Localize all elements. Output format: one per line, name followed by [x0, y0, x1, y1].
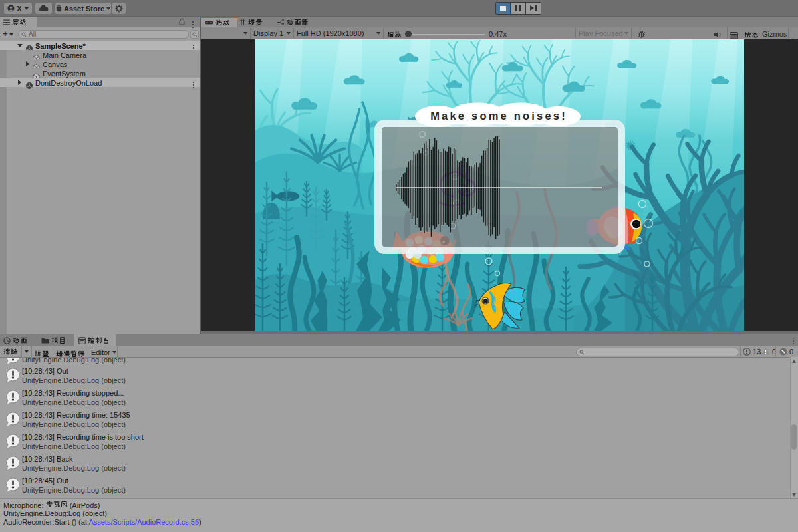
svg-text:Make some noises!: Make some noises! — [430, 110, 567, 122]
